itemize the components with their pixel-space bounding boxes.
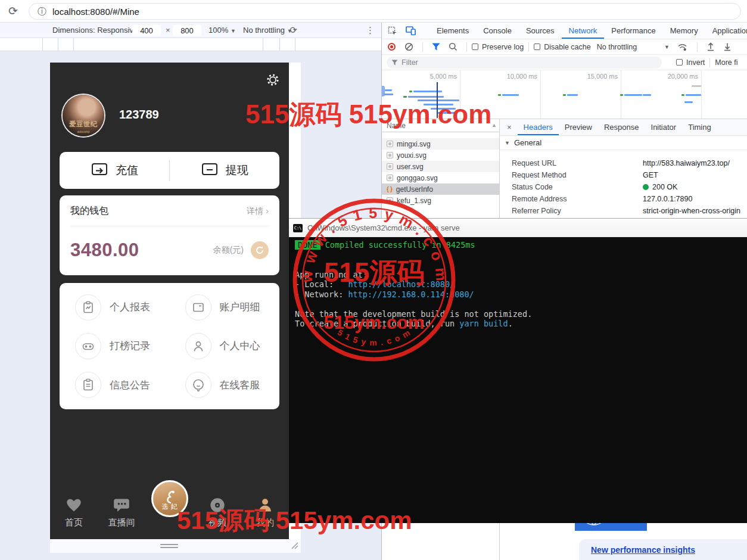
tab-elements[interactable]: Elements bbox=[429, 23, 476, 39]
recharge-button[interactable]: 充值 bbox=[60, 161, 169, 180]
viewport-height-input[interactable] bbox=[173, 25, 201, 36]
general-section-header[interactable]: ▼ General bbox=[500, 136, 747, 150]
menu-item-personal-report[interactable]: 个人报表 bbox=[60, 288, 170, 326]
tab-application[interactable]: Application bbox=[705, 23, 747, 39]
wallet-card: 我的钱包 详情 › 3480.00 余额(元) bbox=[60, 195, 279, 275]
record-network-log-button[interactable] bbox=[388, 43, 396, 51]
insights-card: New performance insights bbox=[579, 539, 747, 560]
general-kv-list: Request URLhttp://583.haiwaiym23.top/ Re… bbox=[500, 150, 747, 217]
media-query-bar[interactable] bbox=[0, 38, 381, 51]
refresh-balance-button[interactable] bbox=[251, 241, 269, 259]
request-row[interactable]: mingxi.svg bbox=[382, 138, 499, 150]
filter-input[interactable]: Filter bbox=[387, 57, 662, 69]
scroll-up-icon[interactable]: ▲ bbox=[491, 122, 497, 128]
inspect-element-icon[interactable] bbox=[388, 26, 397, 36]
device-toolbar: Dimensions: Responsive ▼ × 100% ▼ No thr… bbox=[0, 23, 381, 38]
kv-value: GET bbox=[643, 171, 658, 179]
watermark-text-bottom: 515源码 515ym.com bbox=[177, 504, 412, 537]
throttle-select[interactable]: No throttling ▼ bbox=[243, 26, 292, 35]
nav-home[interactable]: 首页 bbox=[50, 497, 98, 528]
menu-item-account-detail[interactable]: 账户明细 bbox=[170, 288, 280, 326]
menu-item-personal-center[interactable]: 个人中心 bbox=[170, 326, 280, 365]
disable-cache-checkbox[interactable] bbox=[534, 43, 540, 50]
xhr-file-icon: { } bbox=[387, 186, 393, 192]
timeline-tick-label: 20,000 ms bbox=[668, 73, 701, 80]
tab-initiator[interactable]: Initiator bbox=[645, 119, 683, 135]
timeline-request-bar bbox=[620, 94, 623, 96]
tab-preview[interactable]: Preview bbox=[559, 119, 598, 135]
kv-value: http://583.haiwaiym23.top/ bbox=[643, 159, 730, 167]
status-ok-icon bbox=[643, 184, 649, 190]
address-bar[interactable]: ⓘ localhost:8080/#/Mine bbox=[29, 3, 741, 20]
watermark-text-top: 515源码 515ym.com bbox=[245, 97, 491, 132]
invert-filter-checkbox[interactable] bbox=[676, 59, 683, 66]
viewport-resize-handle[interactable] bbox=[160, 544, 178, 550]
network-conditions-icon[interactable] bbox=[677, 43, 688, 51]
settings-gear-icon[interactable] bbox=[265, 72, 281, 90]
menu-item-online-service[interactable]: 在线客服 bbox=[170, 366, 280, 405]
zoom-select[interactable]: 100% ▼ bbox=[208, 26, 236, 35]
wallet-detail-link[interactable]: 详情 › bbox=[247, 206, 269, 217]
site-info-icon[interactable]: ⓘ bbox=[38, 6, 46, 17]
devtools-drawer: New performance insights bbox=[565, 522, 747, 560]
tab-performance[interactable]: Performance bbox=[604, 23, 662, 39]
menu-card: 个人报表 账户明细 打榜记录 个人中心 信息公告 在线客服 bbox=[60, 283, 279, 409]
menu-item-ranking-record[interactable]: 打榜记录 bbox=[60, 326, 170, 365]
request-row[interactable]: gonggao.svg bbox=[382, 172, 499, 183]
menu-item-announcements[interactable]: 信息公告 bbox=[60, 366, 170, 405]
balance-label: 余额(元) bbox=[213, 245, 244, 256]
tab-console[interactable]: Console bbox=[476, 23, 519, 39]
withdraw-button[interactable]: 提现 bbox=[170, 161, 279, 180]
heart-icon bbox=[65, 497, 83, 514]
export-har-icon[interactable] bbox=[723, 42, 732, 51]
devtools-tabbar: Elements Console Sources Network Perform… bbox=[382, 23, 747, 39]
tab-network[interactable]: Network bbox=[562, 23, 605, 39]
viewport-width-input[interactable] bbox=[132, 25, 161, 36]
service-icon bbox=[185, 372, 211, 398]
recharge-icon bbox=[91, 161, 108, 180]
chevron-right-icon: › bbox=[266, 206, 269, 216]
tab-response[interactable]: Response bbox=[598, 119, 645, 135]
performance-insights-link[interactable]: New performance insights bbox=[591, 545, 695, 555]
url-text: localhost:8080/#/Mine bbox=[52, 7, 139, 17]
timeline-tick-label: 5,000 ms bbox=[430, 73, 460, 80]
network-throttle-select[interactable]: No throttling bbox=[597, 43, 637, 51]
request-row-selected[interactable]: { }getUserInfo bbox=[382, 183, 499, 195]
kv-value: strict-origin-when-cross-origin bbox=[643, 207, 740, 215]
table-row-partial bbox=[382, 132, 499, 138]
clear-network-log-icon[interactable] bbox=[404, 42, 413, 51]
more-filters-label[interactable]: More fi bbox=[715, 58, 737, 67]
browser-toolbar: ⟳ ⓘ localhost:8080/#/Mine bbox=[0, 0, 747, 23]
device-toolbar-toggle-icon[interactable] bbox=[406, 26, 416, 35]
reload-icon[interactable]: ⟳ bbox=[8, 4, 18, 18]
timeline-request-bar bbox=[384, 94, 393, 95]
viewport-corner-resize-handle[interactable] bbox=[290, 540, 298, 552]
preserve-log-label: Preserve log bbox=[482, 43, 524, 51]
search-network-icon[interactable] bbox=[449, 42, 457, 51]
throttle-caret-icon[interactable]: ▼ bbox=[664, 44, 670, 50]
filter-toggle-icon[interactable] bbox=[432, 43, 440, 51]
nav-live-room[interactable]: 直播间 bbox=[98, 497, 145, 528]
request-row[interactable]: user.svg bbox=[382, 161, 499, 172]
yarn-build-text: yarn build bbox=[459, 319, 508, 328]
rotate-icon[interactable]: ⥁ bbox=[287, 27, 298, 33]
close-details-icon[interactable]: × bbox=[507, 123, 512, 132]
tab-memory[interactable]: Memory bbox=[663, 23, 705, 39]
invert-label: Invert bbox=[686, 58, 705, 67]
image-file-icon bbox=[387, 163, 393, 170]
import-har-icon[interactable] bbox=[706, 42, 715, 51]
report-icon bbox=[75, 294, 101, 321]
image-file-icon bbox=[387, 152, 393, 158]
tab-timing[interactable]: Timing bbox=[682, 119, 717, 135]
device-toolbar-menu-icon[interactable]: ⋮ bbox=[366, 25, 375, 36]
preserve-log-checkbox[interactable] bbox=[472, 43, 478, 50]
notice-icon bbox=[75, 372, 101, 398]
tab-sources[interactable]: Sources bbox=[519, 23, 562, 39]
tab-headers[interactable]: Headers bbox=[518, 119, 559, 135]
avatar[interactable]: 爱豆世纪 aidoushiji bbox=[63, 95, 104, 136]
divider bbox=[70, 226, 269, 226]
card-icon bbox=[185, 294, 211, 321]
request-row[interactable]: youxi.svg bbox=[382, 150, 499, 161]
timeline-tick-label: 15,000 ms bbox=[587, 73, 621, 80]
dimensions-select[interactable]: Dimensions: Responsive ▼ bbox=[52, 26, 145, 35]
